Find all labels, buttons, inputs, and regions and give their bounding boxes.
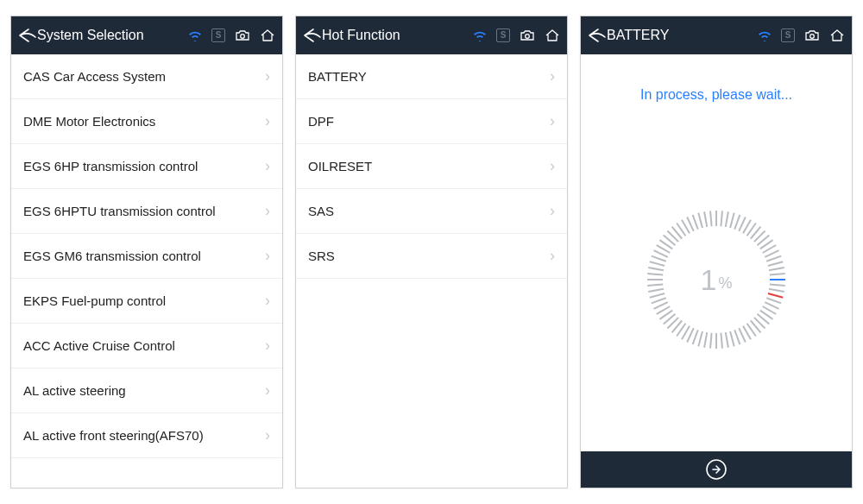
list-item[interactable]: SRS›	[296, 234, 567, 279]
list-item[interactable]: EGS 6HPTU transmission control›	[11, 189, 282, 234]
page-title: Hot Function	[322, 28, 400, 43]
chevron-right-icon: ›	[550, 157, 555, 175]
header-icons: S	[187, 28, 275, 42]
list-item[interactable]: EGS GM6 transmission control›	[11, 234, 282, 279]
back-arrow-icon	[301, 26, 324, 45]
percent-sign: %	[718, 274, 732, 293]
camera-icon[interactable]	[519, 28, 536, 42]
progress-value: 1 %	[643, 206, 790, 353]
s-icon[interactable]: S	[496, 28, 510, 42]
next-button[interactable]	[581, 451, 852, 488]
list-item[interactable]: ACC Active Cruise Control›	[11, 324, 282, 369]
s-icon[interactable]: S	[781, 28, 795, 42]
list-item-label: EGS GM6 transmission control	[23, 249, 201, 263]
home-icon[interactable]	[829, 28, 845, 42]
list-item-label: SRS	[308, 249, 335, 263]
chevron-right-icon: ›	[550, 202, 555, 220]
list-item[interactable]: SAS›	[296, 189, 567, 234]
list-item[interactable]: OILRESET›	[296, 144, 567, 189]
list-item-label: BATTERY	[308, 69, 367, 84]
page-title: BATTERY	[607, 28, 669, 43]
list-item-label: AL active steering	[23, 383, 126, 398]
chevron-right-icon: ›	[265, 337, 270, 355]
list-item-label: OILRESET	[308, 159, 372, 173]
list-item[interactable]: CAS Car Access System›	[11, 54, 282, 99]
list-item-label: AL active front steering(AFS70)	[23, 428, 204, 443]
s-icon[interactable]: S	[211, 28, 225, 42]
arrow-right-circle-icon	[704, 457, 728, 482]
back-button[interactable]: Hot Function	[301, 26, 472, 45]
camera-icon[interactable]	[234, 28, 251, 42]
chevron-right-icon: ›	[265, 67, 270, 85]
chevron-right-icon: ›	[265, 112, 270, 130]
list-item-label: EGS 6HPTU transmission control	[23, 204, 216, 218]
chevron-right-icon: ›	[265, 202, 270, 220]
list-item[interactable]: EKPS Fuel-pump control›	[11, 279, 282, 324]
svg-point-0	[241, 35, 245, 39]
screen-battery: BATTERY S In process, please wait... 1 %	[580, 16, 853, 488]
screen-system-selection: System Selection S CAS Car Access System…	[10, 16, 283, 488]
list-item[interactable]: BATTERY›	[296, 54, 567, 99]
chevron-right-icon: ›	[550, 247, 555, 265]
list-item-label: EKPS Fuel-pump control	[23, 293, 166, 308]
home-icon[interactable]	[545, 28, 560, 42]
svg-point-2	[810, 35, 815, 39]
list-item[interactable]: DME Motor Electronics›	[11, 99, 282, 144]
back-button[interactable]: BATTERY	[586, 26, 757, 45]
list-item-label: SAS	[308, 204, 334, 218]
list-item-label: DPF	[308, 114, 334, 129]
wifi-icon[interactable]	[757, 29, 772, 41]
system-list: CAS Car Access System› DME Motor Electro…	[11, 54, 282, 488]
svg-point-1	[526, 35, 530, 39]
list-item-label: CAS Car Access System	[23, 69, 166, 84]
wifi-icon[interactable]	[187, 29, 203, 41]
chevron-right-icon: ›	[550, 67, 555, 85]
list-item[interactable]: DPF›	[296, 99, 567, 144]
chevron-right-icon: ›	[550, 112, 555, 130]
chevron-right-icon: ›	[265, 381, 270, 400]
camera-icon[interactable]	[803, 28, 821, 42]
function-list: BATTERY› DPF› OILRESET› SAS› SRS›	[296, 54, 567, 488]
list-item[interactable]: EGS 6HP transmission control›	[11, 144, 282, 189]
list-item-label: ACC Active Cruise Control	[23, 338, 175, 353]
screen-hot-function: Hot Function S BATTERY› DPF› OILRESET› S…	[295, 16, 568, 488]
list-item-label: DME Motor Electronics	[23, 114, 155, 129]
home-icon[interactable]	[260, 28, 275, 42]
chevron-right-icon: ›	[265, 247, 270, 265]
back-arrow-icon	[16, 26, 39, 45]
header: BATTERY S	[581, 16, 852, 54]
wifi-icon[interactable]	[472, 29, 488, 41]
chevron-right-icon: ›	[265, 292, 270, 310]
percent-number: 1	[701, 263, 717, 297]
header: Hot Function S	[296, 16, 567, 54]
header-icons: S	[472, 28, 560, 42]
header-icons: S	[757, 28, 845, 42]
chevron-right-icon: ›	[265, 157, 270, 175]
back-arrow-icon	[586, 26, 608, 45]
progress-area: In process, please wait... 1 %	[581, 54, 852, 451]
list-item[interactable]: AL active steering›	[11, 369, 282, 413]
header: System Selection S	[11, 16, 282, 54]
list-item-label: EGS 6HP transmission control	[23, 159, 198, 173]
back-button[interactable]: System Selection	[16, 26, 187, 45]
page-title: System Selection	[37, 28, 144, 43]
progress-spinner: 1 %	[643, 206, 790, 353]
process-text: In process, please wait...	[640, 87, 792, 103]
chevron-right-icon: ›	[265, 426, 270, 444]
list-item[interactable]: AL active front steering(AFS70)›	[11, 413, 282, 458]
